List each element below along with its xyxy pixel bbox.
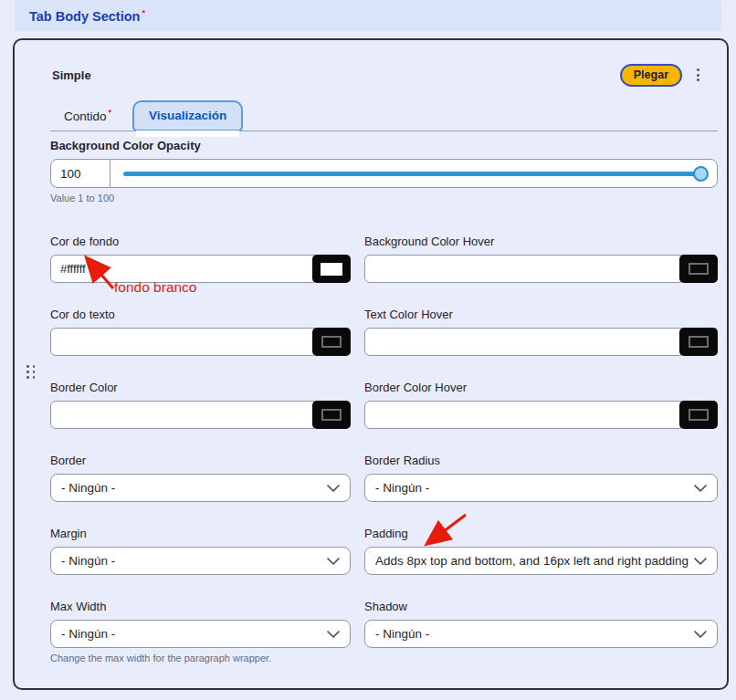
kebab-menu-icon[interactable] <box>691 65 705 85</box>
field-label: Text Color Hover <box>364 308 718 322</box>
tab-contido-label: Contido <box>64 109 107 122</box>
field-label: Border Color <box>50 381 351 395</box>
color-swatch-button[interactable] <box>312 255 351 283</box>
color-swatch-button[interactable] <box>679 401 718 429</box>
select-value: - Ningún - <box>375 481 689 495</box>
chevron-down-icon <box>327 485 340 492</box>
border-select[interactable]: - Ningún - <box>50 474 351 502</box>
field-label: Border Color Hover <box>364 381 718 395</box>
fields-grid: Cor de fondo Background Color Hover Cor … <box>50 235 718 663</box>
field-label: Max Width <box>50 600 351 614</box>
card-header: Simple Plegar <box>50 64 718 86</box>
card-header-actions: Plegar <box>620 64 718 87</box>
shadow-select[interactable]: - Ningún - <box>364 620 718 648</box>
opacity-number-input[interactable] <box>50 159 110 188</box>
opacity-slider-thumb[interactable] <box>693 166 709 182</box>
tab-contido[interactable]: Contido* <box>50 100 125 132</box>
field-margin: Margin - Ningún - <box>50 527 351 575</box>
page-title: Tab Body Section* <box>29 8 145 24</box>
opacity-label: Background Color Opacity <box>50 139 718 153</box>
select-value: Adds 8px top and bottom, and 16px left a… <box>375 554 689 568</box>
field-label: Shadow <box>364 600 718 614</box>
color-swatch-preview <box>321 336 342 348</box>
tab-visualizacion-label: Visualización <box>149 109 226 122</box>
opacity-field: Background Color Opacity Value 1 to 100 <box>50 139 718 204</box>
collapse-button[interactable]: Plegar <box>620 64 682 87</box>
margin-select[interactable]: - Ningún - <box>50 547 351 575</box>
color-swatch-preview <box>321 409 342 421</box>
max-width-select[interactable]: - Ningún - <box>50 620 351 648</box>
field-padding: Padding Adds 8px top and bottom, and 16p… <box>364 527 718 575</box>
chevron-down-icon <box>327 558 340 565</box>
field-cor-de-fondo: Cor de fondo <box>50 235 351 283</box>
tab-bar: Contido* Visualización <box>50 100 718 131</box>
field-border-color-hover: Border Color Hover <box>364 381 718 429</box>
border-color-hover-input[interactable] <box>364 401 685 429</box>
color-swatch-preview <box>689 263 709 275</box>
field-text-color-hover: Text Color Hover <box>364 308 718 356</box>
field-background-color-hover: Background Color Hover <box>364 235 718 283</box>
required-marker: * <box>142 8 145 17</box>
select-value: - Ningún - <box>375 627 689 641</box>
text-color-hover-input[interactable] <box>364 328 685 356</box>
opacity-help-text: Value 1 to 100 <box>50 193 718 204</box>
color-swatch-preview <box>321 263 342 276</box>
select-value: - Ningún - <box>61 554 321 568</box>
tab-visualizacion[interactable]: Visualización <box>132 100 243 131</box>
field-border-radius: Border Radius - Ningún - <box>364 454 718 502</box>
chevron-down-icon <box>694 485 707 492</box>
field-max-width: Max Width - Ningún - Change the max widt… <box>50 600 351 663</box>
field-label: Border <box>50 454 351 468</box>
chevron-down-icon <box>327 631 340 638</box>
field-shadow: Shadow - Ningún - <box>364 600 718 663</box>
opacity-slider-track <box>123 172 705 176</box>
paragraph-card: Simple Plegar Contido* Visualización Bac… <box>13 38 729 690</box>
max-width-help-text: Change the max width for the paragraph w… <box>50 653 351 663</box>
section-header: Tab Body Section* <box>15 0 721 31</box>
select-value: - Ningún - <box>61 481 321 495</box>
select-value: - Ningún - <box>61 627 321 641</box>
field-cor-do-texto: Cor do texto <box>50 308 351 356</box>
chevron-down-icon <box>694 631 707 638</box>
color-swatch-preview <box>689 336 709 348</box>
annotation-fondo-branco: fondo branco <box>114 279 197 296</box>
field-label: Background Color Hover <box>364 235 718 249</box>
color-swatch-button[interactable] <box>679 328 718 356</box>
opacity-slider[interactable] <box>110 159 718 188</box>
field-border: Border - Ningún - <box>50 454 351 502</box>
paragraph-type-label: Simple <box>52 68 91 82</box>
color-swatch-button[interactable] <box>312 328 351 356</box>
color-swatch-preview <box>689 409 709 421</box>
field-label: Cor de fondo <box>50 235 351 249</box>
border-radius-select[interactable]: - Ningún - <box>364 474 718 502</box>
field-label: Cor do texto <box>50 308 351 322</box>
padding-select[interactable]: Adds 8px top and bottom, and 16px left a… <box>364 547 718 575</box>
border-color-input[interactable] <box>50 401 318 429</box>
color-swatch-button[interactable] <box>679 255 718 283</box>
field-label: Padding <box>364 527 718 541</box>
field-label: Border Radius <box>364 454 718 468</box>
tab-contido-required-marker: * <box>109 108 112 117</box>
opacity-control <box>50 159 718 188</box>
page-title-text: Tab Body Section <box>29 8 140 23</box>
background-color-hover-input[interactable] <box>364 255 685 283</box>
drag-handle[interactable] <box>25 363 37 381</box>
field-border-color: Border Color <box>50 381 351 429</box>
color-swatch-button[interactable] <box>312 401 351 429</box>
field-label: Margin <box>50 527 351 541</box>
cor-do-texto-input[interactable] <box>50 328 318 356</box>
chevron-down-icon <box>694 558 707 565</box>
